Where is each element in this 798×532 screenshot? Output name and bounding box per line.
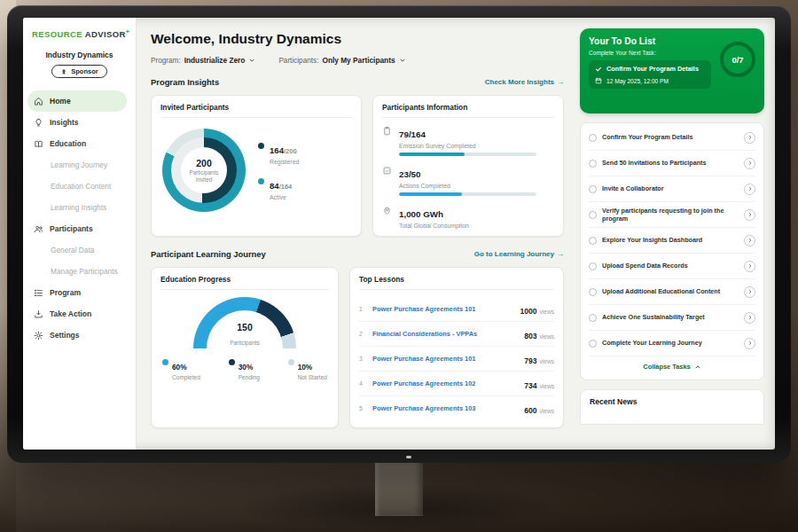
sidebar-item-insights[interactable]: Insights <box>23 112 136 133</box>
filter-label: Program: <box>151 57 181 65</box>
bulb-icon <box>34 118 43 128</box>
dashboard-screen: RESOURCE ADVISOR+ Industry Dynamics Spon… <box>23 18 775 450</box>
monitor-bezel: RESOURCE ADVISOR+ Industry Dynamics Spon… <box>7 5 791 463</box>
gauge-center-value: 150 <box>193 322 296 332</box>
todo-task-row[interactable]: Complete Your Learning Journey <box>589 331 755 356</box>
todo-task-row[interactable]: Invite a Collaborator <box>589 176 755 202</box>
task-checkbox[interactable] <box>589 160 597 168</box>
collapse-tasks-link[interactable]: Collapse Tasks <box>589 356 755 378</box>
task-label: Upload Spend Data Records <box>602 262 739 270</box>
sidebar-item-label: General Data <box>51 246 94 254</box>
chevron-right-icon[interactable] <box>744 158 755 169</box>
chevron-right-icon[interactable] <box>744 209 755 221</box>
legend-label: Active <box>270 194 292 200</box>
chevron-right-icon[interactable] <box>744 235 755 246</box>
legend-total: /164 <box>279 183 293 191</box>
program-filter-dropdown[interactable]: Program: Industrialize Zero <box>151 56 255 65</box>
todo-task-row[interactable]: Explore Your Insights Dashboard <box>589 228 755 254</box>
sidebar-item-learning-journey[interactable]: Learning Journey <box>23 154 136 176</box>
chevron-right-icon[interactable] <box>744 184 755 195</box>
views-suffix: views <box>540 333 555 340</box>
donut-center-label: Participants Invited <box>185 169 223 182</box>
task-checkbox[interactable] <box>589 237 597 245</box>
lesson-link[interactable]: Power Purchase Agreements 102 <box>372 379 518 387</box>
task-checkbox[interactable] <box>589 262 597 270</box>
check-more-insights-link[interactable]: Check More Insights → <box>485 78 564 86</box>
task-checkbox[interactable] <box>589 185 597 193</box>
lesson-views: 1000views <box>520 301 554 317</box>
views-count: 793 <box>524 356 536 365</box>
legend-value: 164 <box>270 145 284 155</box>
todo-task-row[interactable]: Upload Spend Data Records <box>589 254 755 279</box>
sidebar-item-education[interactable]: Education <box>23 133 136 154</box>
gear-icon <box>34 331 43 340</box>
donut-center: 200 Participants Invited <box>181 147 227 193</box>
progress-bar <box>399 192 536 196</box>
todo-progress-ring: 0/7 <box>720 42 755 77</box>
task-checkbox[interactable] <box>589 314 597 322</box>
gauge-center: 150 Participants <box>193 322 296 348</box>
gauge-center-label: Participants <box>230 340 259 346</box>
legend-item-registered: 164/200 Registered <box>258 141 299 165</box>
sidebar-item-general-data[interactable]: General Data <box>23 239 136 261</box>
legend-dot <box>258 143 264 149</box>
sidebar-item-take-action[interactable]: Take Action <box>23 303 136 325</box>
stat-value: 79/164 <box>399 129 426 139</box>
lesson-link[interactable]: Power Purchase Agreements 101 <box>372 305 513 313</box>
task-label: Achieve One Sustainability Target <box>602 313 739 321</box>
lesson-link[interactable]: Financial Considerations - VPPAs <box>372 330 518 338</box>
sidebar-item-label: Education Content <box>51 182 111 191</box>
filter-bar: Program: Industrialize Zero Participants… <box>151 56 564 65</box>
sidebar-item-settings[interactable]: Settings <box>23 325 136 346</box>
checklist-icon <box>382 166 392 196</box>
todo-task-list: Confirm Your Program Details Send 50 Inv… <box>580 122 764 380</box>
chevron-right-icon[interactable] <box>744 261 755 272</box>
sidebar-item-label: Take Action <box>50 309 91 318</box>
education-progress-card: Education Progress 150 Participants 60% … <box>151 267 339 428</box>
sidebar-item-label: Insights <box>50 118 79 127</box>
lesson-link[interactable]: Power Purchase Agreements 101 <box>372 355 518 363</box>
legend-item-completed: 60% Completed <box>162 357 200 380</box>
chevron-right-icon[interactable] <box>744 132 755 144</box>
next-task-box[interactable]: Confirm Your Program Details 12 May 2025… <box>589 60 711 89</box>
todo-task-row[interactable]: Achieve One Sustainability Target <box>589 305 755 331</box>
todo-task-row[interactable]: Verify participants requesting to join t… <box>589 202 755 228</box>
sidebar-item-label: Learning Insights <box>51 203 106 212</box>
todo-task-row[interactable]: Send 50 Invitations to Participants <box>589 151 755 176</box>
sidebar-item-participants[interactable]: Participants <box>23 218 136 239</box>
stat-actions-completed: 23/50 Actions Completed <box>382 165 554 196</box>
chevron-right-icon[interactable] <box>744 338 755 349</box>
chevron-right-icon[interactable] <box>744 286 755 298</box>
legend-total: /200 <box>284 147 297 155</box>
legend-label: Completed <box>172 374 200 380</box>
task-checkbox[interactable] <box>589 211 597 219</box>
task-checkbox[interactable] <box>589 134 597 142</box>
sidebar-item-home[interactable]: Home <box>27 90 127 112</box>
participants-filter-dropdown[interactable]: Participants: Only My Participants <box>278 56 405 65</box>
go-to-learning-journey-link[interactable]: Go to Learning Journey → <box>474 250 564 258</box>
chevron-right-icon[interactable] <box>744 312 755 324</box>
stat-value: 1,000 GWh <box>399 209 443 219</box>
sidebar-item-learning-insights[interactable]: Learning Insights <box>23 197 136 218</box>
learning-journey-cards: Education Progress 150 Participants 60% … <box>151 267 564 428</box>
legend-label: Not Started <box>298 374 327 380</box>
todo-task-row[interactable]: Confirm Your Program Details <box>589 125 755 151</box>
card-title: Participants Information <box>382 103 554 118</box>
todo-summary-card: Your To Do List Complete Your Next Task:… <box>580 28 764 113</box>
todo-progress-value: 0/7 <box>732 55 743 65</box>
sidebar-item-education-content[interactable]: Education Content <box>23 176 136 197</box>
recent-news-header[interactable]: Recent News <box>580 389 764 425</box>
lesson-rank: 2 <box>359 331 366 337</box>
progress-fill <box>399 153 465 156</box>
task-checkbox[interactable] <box>589 340 597 348</box>
legend-dot <box>162 359 168 365</box>
todo-task-row[interactable]: Upload Additional Educational Content <box>589 279 755 305</box>
task-checkbox[interactable] <box>589 288 597 296</box>
sidebar-item-manage-participants[interactable]: Manage Participants <box>23 261 136 282</box>
sidebar-item-program[interactable]: Program <box>23 282 136 303</box>
task-label: Explore Your Insights Dashboard <box>602 236 739 244</box>
task-label: Send 50 Invitations to Participants <box>602 159 739 167</box>
lesson-link[interactable]: Power Purchase Agreements 103 <box>372 404 518 412</box>
stat-label: Emission Survey Completed <box>399 143 554 149</box>
views-count: 734 <box>524 381 536 390</box>
